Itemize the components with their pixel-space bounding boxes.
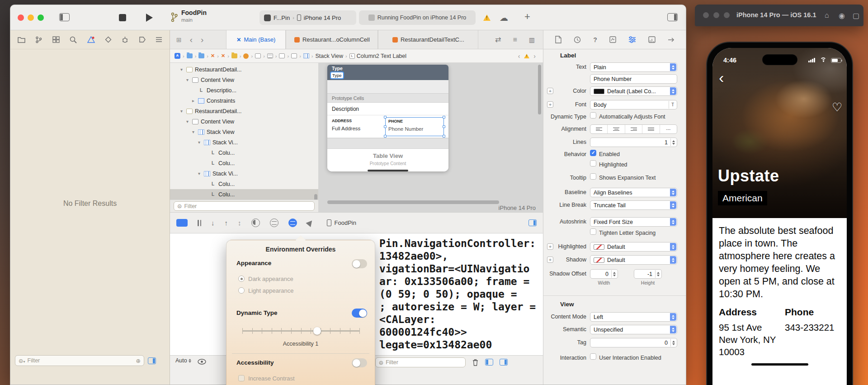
- navigator-filter-input[interactable]: [28, 357, 134, 364]
- shadow-offset-height-stepper[interactable]: -1: [634, 269, 662, 279]
- group-icon[interactable]: [231, 53, 237, 58]
- text-size-override-icon[interactable]: [270, 219, 278, 227]
- line-break-dropdown[interactable]: Truncate Tail: [590, 200, 677, 210]
- cell-icon[interactable]: [291, 53, 297, 58]
- minimize-button[interactable]: [28, 14, 34, 21]
- favorite-heart-button[interactable]: ♡: [832, 100, 842, 114]
- text-style-dropdown[interactable]: Plain: [590, 62, 677, 72]
- size-inspector-icon[interactable]: [648, 36, 656, 43]
- align-center-segment[interactable]: [608, 125, 625, 133]
- back-button[interactable]: ‹: [190, 35, 193, 45]
- build-warning-icon[interactable]: [483, 14, 491, 21]
- accessibility-toggle[interactable]: [352, 358, 367, 367]
- canvas-scrollbar-horizontal[interactable]: [327, 200, 499, 204]
- issue-navigator-icon[interactable]: [87, 36, 95, 43]
- storyboard-icon[interactable]: ✕: [221, 53, 225, 58]
- disclosure-triangle-icon[interactable]: ▾: [198, 140, 204, 145]
- align-right-segment[interactable]: [625, 125, 642, 133]
- toggle-inspector-icon[interactable]: [667, 13, 678, 21]
- disclosure-triangle-icon[interactable]: ▸: [192, 98, 198, 103]
- add-filter-icon[interactable]: ⊕: [136, 357, 141, 364]
- variables-pane-toggle-icon[interactable]: [485, 359, 493, 366]
- clear-console-trash-icon[interactable]: [472, 359, 479, 366]
- toggle-navigator-icon[interactable]: [59, 13, 70, 21]
- label-text-field[interactable]: [590, 74, 677, 84]
- appearance-toggle[interactable]: [352, 259, 367, 268]
- section-header-token[interactable]: Type: [331, 72, 343, 78]
- view-as-device-icon[interactable]: [176, 219, 188, 227]
- jump-bar-stack-view[interactable]: Stack View: [316, 53, 344, 59]
- outline-item[interactable]: ▾Content View: [170, 116, 318, 127]
- home-indicator[interactable]: [751, 363, 808, 366]
- appearance-override-icon[interactable]: [251, 219, 260, 227]
- expansion-text-checkbox[interactable]: Shows Expansion Text: [590, 173, 656, 183]
- disclosure-triangle-icon[interactable]: ▾: [180, 67, 186, 72]
- adapt-icon[interactable]: ↕: [238, 219, 241, 227]
- canvas-scrollbar-vertical[interactable]: [538, 65, 541, 114]
- tab-main-storyboard[interactable]: ✕ Main (Base): [226, 30, 286, 49]
- resize-handle[interactable]: [384, 125, 387, 128]
- running-app-name[interactable]: FoodPin: [335, 219, 356, 226]
- tag-stepper[interactable]: 0: [590, 338, 677, 347]
- dynamic-type-slider-thumb[interactable]: [313, 327, 321, 335]
- color-dropdown[interactable]: Default (Label Co...: [590, 86, 677, 96]
- console-filter-field[interactable]: ⊜: [375, 357, 466, 367]
- issue-warning-icon[interactable]: [524, 54, 529, 58]
- outline-item[interactable]: ▾Stack Vi...: [170, 137, 318, 147]
- debug-navigator-icon[interactable]: [122, 36, 128, 43]
- align-natural-segment[interactable]: ---: [660, 125, 677, 133]
- outline-item[interactable]: LColu...: [170, 158, 318, 168]
- stack-view-icon[interactable]: [303, 53, 309, 58]
- lines-stepper[interactable]: 1: [590, 138, 677, 147]
- folder-icon[interactable]: [187, 53, 193, 58]
- source-control-icon[interactable]: [35, 36, 42, 43]
- content-mode-dropdown[interactable]: Left: [590, 312, 677, 322]
- font-picker-icon[interactable]: T: [669, 101, 676, 109]
- highlighted-color-dropdown[interactable]: Default: [590, 242, 677, 252]
- project-navigator-icon[interactable]: [18, 36, 25, 43]
- dynamic-type-slider[interactable]: [242, 330, 360, 332]
- sim-close-button[interactable]: [703, 12, 709, 18]
- view-icon[interactable]: [255, 53, 261, 58]
- phone-label-selected[interactable]: PHONE Phone Number: [385, 117, 444, 136]
- font-field[interactable]: BodyT: [590, 100, 677, 109]
- disclosure-triangle-icon[interactable]: ▾: [180, 109, 186, 114]
- activity-status-bar[interactable]: Running FoodPin on iPhone 14 Pro: [359, 10, 476, 25]
- test-navigator-icon[interactable]: [105, 36, 112, 43]
- tighten-letter-spacing-checkbox[interactable]: Tighten Letter Spacing: [590, 228, 656, 238]
- previous-issue-icon[interactable]: ‹: [518, 52, 520, 60]
- editor-options-icon[interactable]: ≡: [513, 36, 517, 44]
- storyboard-icon[interactable]: ✕: [211, 53, 215, 58]
- semantic-dropdown[interactable]: Unspecified: [590, 325, 677, 334]
- folder-icon[interactable]: [198, 53, 204, 58]
- find-navigator-icon[interactable]: [70, 36, 77, 43]
- next-issue-icon[interactable]: ›: [533, 52, 536, 60]
- back-button[interactable]: ‹: [719, 71, 724, 84]
- outline-item[interactable]: ▾Stack Vi...: [170, 168, 318, 179]
- sim-screenshot-icon[interactable]: ◉: [839, 11, 845, 20]
- related-items-icon[interactable]: ⊞: [176, 36, 182, 43]
- identity-inspector-icon[interactable]: [609, 36, 616, 43]
- sim-minimize-button[interactable]: [713, 12, 719, 18]
- quick-help-inspector-icon[interactable]: ?: [593, 36, 597, 43]
- user-interaction-checkbox[interactable]: User Interaction Enabled: [590, 353, 661, 363]
- outline-item[interactable]: ▾Stack View: [170, 127, 318, 137]
- history-inspector-icon[interactable]: [574, 36, 581, 43]
- scheme-selector[interactable]: F...Pin › iPhone 14 Pro: [259, 10, 356, 25]
- report-navigator-icon[interactable]: [156, 37, 162, 43]
- shadow-color-dropdown[interactable]: Default: [590, 255, 677, 265]
- increase-contrast-checkbox[interactable]: [238, 375, 245, 381]
- add-editor-icon[interactable]: ▥: [529, 36, 535, 43]
- resize-handle[interactable]: [443, 135, 445, 138]
- iphone-screen[interactable]: 4:46 ‹ ♡ Upstate American The absolute b…: [712, 48, 847, 385]
- console-pane-toggle-icon[interactable]: [500, 359, 508, 366]
- symbol-navigator-icon[interactable]: [52, 36, 60, 43]
- tab-restaurant-detail-text[interactable]: RestaurantDetailTextC...: [378, 30, 478, 49]
- highlighted-checkbox[interactable]: Highlighted: [590, 160, 627, 170]
- close-button[interactable]: [18, 14, 24, 21]
- address-phone-cell[interactable]: ADDRESS Full Address PHONE Phone Number: [327, 115, 448, 138]
- recent-files-toggle-icon[interactable]: [148, 357, 156, 364]
- navigator-filter-field[interactable]: ⊜▾ ⊕: [15, 355, 144, 366]
- quick-look-eye-icon[interactable]: [198, 359, 206, 365]
- vary-traits-icon[interactable]: [198, 220, 201, 226]
